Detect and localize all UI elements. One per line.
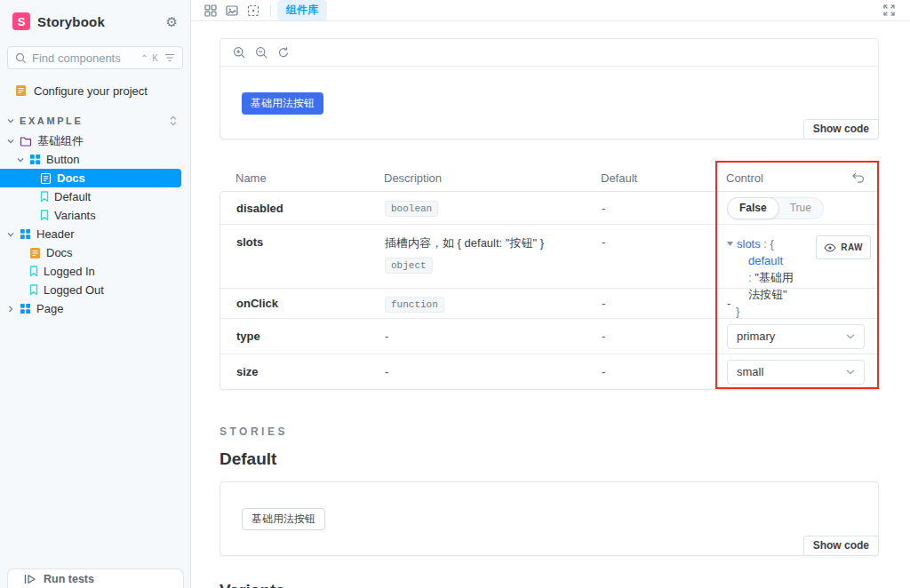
object-key[interactable]: slots — [737, 237, 761, 250]
arg-default: - — [586, 330, 700, 343]
object-open-brace: : { — [763, 237, 774, 250]
measure-outline-icon[interactable] — [243, 2, 264, 20]
bookmark-icon — [40, 210, 49, 221]
search-shortcut-hint: ⌃ K — [140, 53, 159, 63]
args-table: Name Description Default Control disable… — [220, 164, 879, 390]
tree-item-button-variants[interactable]: Variants — [0, 206, 190, 225]
tree-folder-basic-components[interactable]: 基础组件 — [0, 131, 190, 150]
arg-description: 插槽内容，如 { default: "按钮" } — [385, 235, 586, 251]
rendered-primary-button[interactable]: 基础用法按钮 — [242, 92, 323, 115]
chevron-down-icon[interactable] — [17, 156, 24, 163]
component-tree: 基础组件 Button Docs Default Variants — [0, 131, 190, 318]
tree-item-label: Docs — [57, 171, 85, 185]
collapse-all-icon[interactable] — [169, 115, 178, 126]
args-row-slots: slots 插槽内容，如 { default: "按钮" } object - … — [220, 224, 878, 288]
select-value: small — [737, 365, 763, 378]
chevron-down-icon[interactable] — [7, 117, 14, 124]
args-row-type: type - - primary — [220, 318, 878, 354]
collapse-caret-icon[interactable] — [727, 242, 733, 246]
stories-section-label: STORIES — [220, 425, 879, 438]
component-icon — [29, 154, 41, 165]
tree-component-page[interactable]: Page — [0, 299, 190, 318]
column-header-control: Control — [699, 171, 879, 185]
args-table-body: disabled boolean - False True slots — [220, 191, 879, 390]
storybook-logo[interactable]: S — [12, 12, 30, 30]
tree-item-label: Default — [54, 190, 91, 203]
show-code-button[interactable]: Show code — [803, 536, 879, 556]
bookmark-icon — [29, 284, 38, 296]
tree-component-button[interactable]: Button — [0, 150, 190, 169]
folder-icon — [20, 135, 32, 147]
shortcuts-grid-icon[interactable] — [200, 2, 221, 20]
toggle-true-option[interactable]: True — [778, 198, 823, 219]
sidebar-item-configure[interactable]: Configure your project — [0, 82, 190, 99]
object-key[interactable]: default — [748, 254, 783, 267]
chevron-right-icon[interactable] — [7, 306, 14, 313]
eye-icon — [824, 243, 836, 252]
section-label: EXAMPLE — [20, 115, 169, 126]
type-chip: object — [385, 258, 433, 274]
zoom-reset-icon[interactable] — [274, 43, 293, 62]
arg-name: disabled — [220, 202, 369, 215]
tree-item-label: Logged In — [44, 265, 95, 278]
zoom-in-icon[interactable] — [229, 43, 249, 62]
tree-item-header-logged-out[interactable]: Logged Out — [0, 281, 190, 299]
object-editor-root-line: slots : { — [727, 235, 794, 252]
main-area: 组件库 基础用法按钮 Show code Name — [191, 0, 910, 588]
boolean-toggle: False True — [727, 197, 824, 219]
zoom-out-icon[interactable] — [251, 43, 271, 62]
type-select[interactable]: primary — [727, 324, 865, 349]
chevron-down-icon[interactable] — [7, 138, 14, 145]
reset-controls-icon[interactable] — [852, 172, 865, 183]
show-code-button[interactable]: Show code — [803, 119, 879, 139]
column-header-description: Description — [368, 171, 585, 185]
object-colon: : — [748, 271, 752, 284]
size-select[interactable]: small — [727, 360, 865, 385]
raw-toggle-button[interactable]: RAW — [816, 235, 871, 259]
document-icon — [29, 247, 41, 259]
object-editor-child-line: default : "基础用法按钮" — [727, 252, 794, 303]
chevron-down-icon[interactable] — [7, 231, 14, 238]
search-input[interactable] — [32, 52, 135, 65]
tree-item-header-docs[interactable]: Docs — [0, 243, 190, 262]
tree-item-label: Docs — [46, 246, 73, 259]
search-icon — [15, 52, 27, 64]
document-icon — [15, 84, 27, 97]
tree-item-button-default[interactable]: Default — [0, 187, 190, 206]
fullscreen-icon[interactable] — [878, 2, 899, 20]
object-value[interactable]: "基础用法按钮" — [748, 271, 794, 301]
canvas-toolbar: 组件库 — [191, 0, 910, 21]
background-image-icon[interactable] — [221, 2, 243, 20]
preview-body: 基础用法按钮 — [220, 67, 878, 115]
arg-default: - — [586, 297, 700, 310]
search-box[interactable]: ⌃ K — [7, 46, 183, 69]
bookmark-icon — [29, 266, 38, 277]
column-header-default: Default — [585, 171, 699, 185]
arg-description: - — [369, 365, 586, 378]
tree-item-header-logged-in[interactable]: Logged In — [0, 262, 190, 281]
run-tests-button[interactable]: Run tests — [7, 568, 184, 588]
tree-component-header[interactable]: Header — [0, 225, 190, 243]
sidebar-item-label: Configure your project — [34, 84, 148, 98]
toggle-false-option[interactable]: False — [727, 197, 779, 219]
args-row-disabled: disabled boolean - False True — [220, 192, 878, 224]
preview-zoom-toolbar — [220, 39, 878, 67]
addon-tab-component-library[interactable]: 组件库 — [277, 0, 327, 20]
tree-item-label: Header — [36, 227, 75, 241]
preview-body: 基础用法按钮 — [220, 482, 878, 530]
chevron-down-icon — [846, 334, 855, 339]
tree-item-label: 基础组件 — [37, 133, 84, 149]
sidebar-section-example[interactable]: EXAMPLE — [0, 112, 190, 130]
docs-content: 基础用法按钮 Show code Name Description Defaul… — [220, 21, 879, 588]
tree-item-button-docs-selected[interactable]: Docs — [0, 169, 181, 187]
tree-item-label: Page — [36, 302, 63, 315]
control-header-label: Control — [726, 171, 763, 185]
component-icon — [20, 303, 31, 314]
bookmark-icon — [40, 191, 49, 203]
settings-gear-icon[interactable]: ⚙ — [166, 15, 178, 28]
type-chip: boolean — [385, 201, 438, 217]
rendered-default-button[interactable]: 基础用法按钮 — [242, 508, 325, 530]
primary-story-preview: 基础用法按钮 Show code — [220, 38, 879, 139]
filter-icon[interactable] — [164, 53, 175, 62]
arg-name: size — [220, 365, 369, 378]
